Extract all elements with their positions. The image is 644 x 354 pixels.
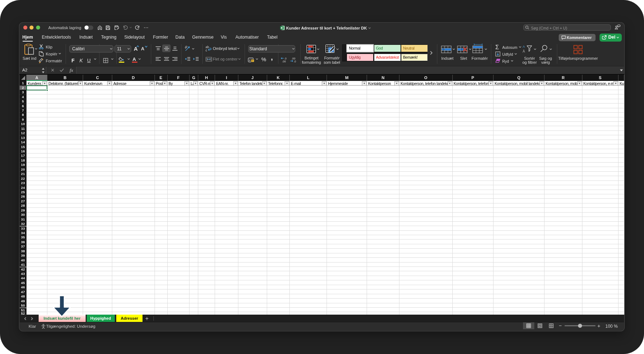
svg-text:.0: .0 [294,60,296,62]
svg-text:A: A [523,44,525,48]
svg-text:Å: Å [523,49,525,53]
svg-text:ab: ab [185,45,188,50]
svg-text:.00: .00 [282,60,286,62]
